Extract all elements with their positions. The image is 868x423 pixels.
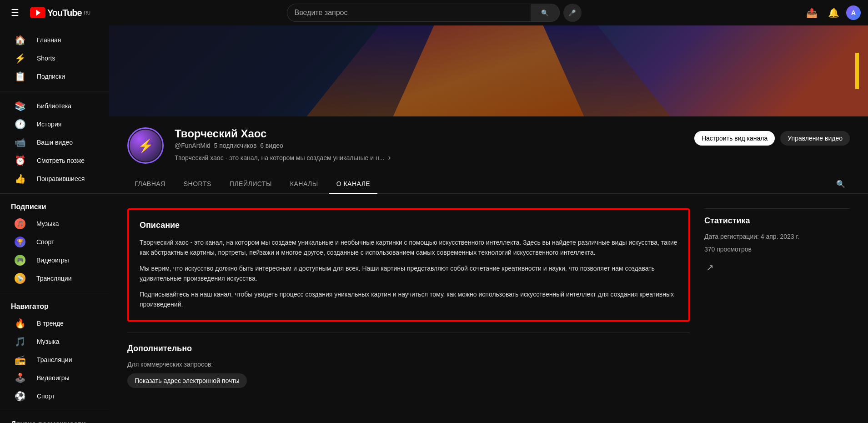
sidebar-item-shorts[interactable]: ⚡ Shorts bbox=[4, 49, 105, 67]
hamburger-icon: ☰ bbox=[11, 8, 19, 18]
stats-title: Статистика bbox=[704, 216, 850, 226]
sidebar-label-sub-streams: Трансляции bbox=[36, 275, 71, 282]
main-content: ⚡ Творческий Хаос @FunArtMid 5 подписчик… bbox=[109, 25, 868, 413]
sidebar-item-nav-sport[interactable]: ⚽ Спорт bbox=[4, 387, 105, 405]
avatar-initial: A bbox=[851, 9, 856, 16]
sidebar-item-home[interactable]: 🏠 Главная bbox=[4, 31, 105, 49]
stats-views: 370 просмотров bbox=[704, 246, 850, 253]
my-videos-icon: 📹 bbox=[15, 137, 26, 148]
sidebar-label-trending: В тренде bbox=[37, 320, 64, 327]
additional-section: Дополнительно Для коммерческих запросов:… bbox=[127, 332, 690, 399]
sidebar-item-history[interactable]: 🕐 История bbox=[4, 115, 105, 133]
sidebar-label-subscriptions: Подписки bbox=[37, 73, 65, 80]
sidebar-label-library: Библиотека bbox=[37, 102, 71, 110]
watch-later-icon: ⏰ bbox=[15, 155, 26, 166]
sidebar-label-nav-music: Музыка bbox=[37, 338, 60, 345]
sidebar-label-home: Главная bbox=[37, 36, 61, 44]
channel-banner bbox=[109, 25, 868, 116]
sidebar-item-sub-sport[interactable]: 🏆 Спорт bbox=[4, 233, 105, 251]
sidebar-label-nav-sport: Спорт bbox=[37, 393, 55, 400]
channel-subscribers: 5 подписчиков bbox=[214, 142, 257, 149]
additional-title: Дополнительно bbox=[127, 344, 690, 353]
sidebar-label-sub-sport: Спорт bbox=[36, 238, 54, 246]
subscriptions-section: Подписки bbox=[0, 199, 109, 215]
sub-music-icon: 🎵 bbox=[15, 218, 25, 229]
sidebar-label-nav-games: Видеоигры bbox=[37, 374, 70, 382]
description-para-2: Мы верим, что искусство должно быть инте… bbox=[140, 263, 677, 284]
upload-button[interactable]: 📤 bbox=[803, 4, 821, 22]
sidebar-item-my-videos[interactable]: 📹 Ваши видео bbox=[4, 133, 105, 151]
shorts-icon: ⚡ bbox=[15, 53, 26, 64]
sidebar-item-watch-later[interactable]: ⏰ Смотреть позже bbox=[4, 151, 105, 170]
tab-playlists[interactable]: ПЛЕЙЛИСТЫ bbox=[222, 175, 279, 194]
description-para-3: Подписывайтесь на наш канал, чтобы увиде… bbox=[140, 289, 677, 310]
tab-search-button[interactable]: 🔍 bbox=[832, 175, 850, 193]
header-left: ☰ YouTube RU bbox=[7, 4, 98, 22]
sidebar-item-sub-streams[interactable]: 📡 Трансляции bbox=[4, 269, 105, 287]
sidebar: 🏠 Главная ⚡ Shorts 📋 Подписки 📚 Библиоте… bbox=[0, 25, 109, 413]
sidebar-item-nav-games[interactable]: 🕹️ Видеоигры bbox=[4, 369, 105, 387]
search-input[interactable] bbox=[287, 4, 531, 22]
customize-channel-button[interactable]: Настроить вид канала bbox=[694, 131, 775, 146]
channel-name: Творческий Хаос bbox=[175, 127, 683, 140]
sidebar-item-trending[interactable]: 🔥 В тренде bbox=[4, 314, 105, 332]
sidebar-item-liked[interactable]: 👍 Понравившиеся bbox=[4, 170, 105, 188]
sidebar-label-history: История bbox=[37, 121, 61, 128]
share-button[interactable]: ↗ bbox=[704, 260, 716, 275]
show-email-button[interactable]: Показать адрес электронной почты bbox=[127, 373, 247, 388]
sidebar-divider-2 bbox=[0, 193, 109, 194]
sidebar-item-nav-streams[interactable]: 📻 Трансляции bbox=[4, 351, 105, 369]
avatar-bolt-icon: ⚡ bbox=[138, 138, 154, 153]
sidebar-item-sub-music[interactable]: 🎵 Музыка bbox=[4, 215, 105, 233]
mic-icon: 🎤 bbox=[568, 10, 576, 16]
channel-videos: 6 видео bbox=[260, 142, 283, 149]
stats-reg-date: Дата регистрации: 4 апр. 2023 г. bbox=[704, 233, 850, 240]
sidebar-divider-3 bbox=[0, 293, 109, 293]
mic-button[interactable]: 🎤 bbox=[563, 4, 582, 22]
channel-tabs: ГЛАВНАЯ SHORTS ПЛЕЙЛИСТЫ КАНАЛЫ О КАНАЛЕ… bbox=[109, 175, 868, 194]
channel-details: Творческий Хаос @FunArtMid 5 подписчиков… bbox=[175, 127, 683, 162]
yt-text: YouTube bbox=[47, 8, 82, 18]
menu-button[interactable]: ☰ bbox=[7, 4, 23, 22]
tab-home[interactable]: ГЛАВНАЯ bbox=[127, 175, 173, 194]
sub-games-icon: 🎮 bbox=[15, 255, 25, 266]
sidebar-item-sub-games[interactable]: 🎮 Видеоигры bbox=[4, 251, 105, 269]
sidebar-label-my-videos: Ваши видео bbox=[37, 139, 73, 146]
for-commercial-label: Для коммерческих запросов: bbox=[127, 361, 690, 368]
sidebar-label-sub-music: Музыка bbox=[36, 220, 59, 227]
sidebar-item-library[interactable]: 📚 Библиотека bbox=[4, 97, 105, 115]
search-bar: 🔍 bbox=[287, 4, 560, 22]
about-sidebar: Статистика Дата регистрации: 4 апр. 2023… bbox=[704, 208, 850, 399]
nav-games-icon: 🕹️ bbox=[15, 373, 26, 383]
youtube-logo[interactable]: YouTube RU bbox=[30, 7, 90, 18]
notifications-button[interactable]: 🔔 bbox=[824, 4, 843, 22]
sidebar-label-sub-games: Видеоигры bbox=[36, 257, 69, 264]
sidebar-item-subscriptions[interactable]: 📋 Подписки bbox=[4, 67, 105, 86]
tab-search-icon: 🔍 bbox=[836, 180, 845, 188]
upload-icon: 📤 bbox=[806, 7, 818, 18]
avatar[interactable]: A bbox=[846, 5, 861, 20]
bell-icon: 🔔 bbox=[828, 7, 839, 18]
channel-description-short[interactable]: Творческий хаос - это канал, на котором … bbox=[175, 153, 683, 162]
history-icon: 🕐 bbox=[15, 119, 26, 130]
search-button[interactable]: 🔍 bbox=[531, 4, 560, 22]
tab-channels[interactable]: КАНАЛЫ bbox=[283, 175, 326, 194]
header-center: 🔍 🎤 bbox=[104, 4, 764, 22]
avatar-inner: ⚡ bbox=[130, 130, 161, 161]
banner-overlay bbox=[109, 25, 868, 116]
chevron-right-icon: › bbox=[388, 153, 391, 162]
header-right: 📤 🔔 A bbox=[770, 4, 861, 22]
sidebar-label-shorts: Shorts bbox=[37, 55, 55, 62]
manage-videos-button[interactable]: Управление видео bbox=[780, 131, 850, 146]
sub-streams-icon: 📡 bbox=[15, 273, 25, 284]
yt-ru: RU bbox=[84, 10, 90, 15]
sub-sport-icon: 🏆 bbox=[15, 237, 25, 247]
sidebar-divider-1 bbox=[0, 91, 109, 91]
tab-about[interactable]: О КАНАЛЕ bbox=[329, 175, 378, 194]
description-para-1: Творческий хаос - это канал, на котором … bbox=[140, 237, 677, 258]
channel-avatar: ⚡ bbox=[127, 127, 164, 164]
description-box: Описание Творческий хаос - это канал, на… bbox=[127, 208, 690, 322]
sidebar-label-watch-later: Смотреть позже bbox=[37, 157, 85, 164]
sidebar-item-nav-music[interactable]: 🎵 Музыка bbox=[4, 332, 105, 351]
tab-shorts[interactable]: SHORTS bbox=[176, 175, 219, 194]
